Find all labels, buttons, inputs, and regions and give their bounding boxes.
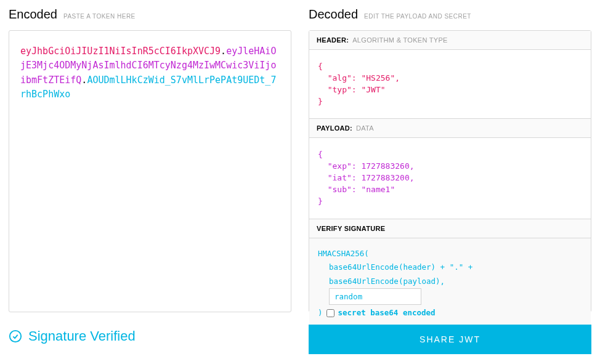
sig-line-hmac: HMACSHA256( (318, 247, 582, 261)
footer-row: Signature Verified SHARE JWT (9, 325, 591, 354)
token-dot: . (221, 46, 226, 57)
check-circle-icon (9, 330, 22, 343)
signature-content: HMACSHA256( base64UrlEncode(header) + ".… (309, 238, 591, 330)
sig-line-header-encode: base64UrlEncode(header) + "." + (318, 261, 582, 275)
signature-verified-status: Signature Verified (9, 325, 291, 344)
header-content[interactable]: { "alg": "HS256", "typ": "JWT" } (309, 50, 591, 119)
secret-input[interactable] (329, 288, 421, 305)
share-col: SHARE JWT (309, 325, 591, 354)
sig-line-payload-encode: base64UrlEncode(payload), (318, 275, 582, 289)
secret-base64-checkbox[interactable] (326, 309, 334, 317)
verified-text: Signature Verified (28, 328, 136, 344)
payload-label-muted: DATA (356, 124, 374, 132)
header-label-bold: HEADER: (317, 36, 349, 44)
signature-label-bold: VERIFY SIGNATURE (317, 225, 385, 232)
decoded-subtitle: EDIT THE PAYLOAD AND SECRET (364, 13, 471, 20)
decoded-title-row: Decoded EDIT THE PAYLOAD AND SECRET (309, 7, 591, 22)
decoded-column: Decoded EDIT THE PAYLOAD AND SECRET HEAD… (309, 7, 591, 312)
sig-closing-paren: ) (318, 306, 323, 320)
token-header-part: eyJhbGciOiJIUzI1NiIsInR5cCI6IkpXVCJ9 (20, 46, 221, 57)
sig-footer-row: ) secret base64 encoded (318, 306, 582, 320)
encoded-title: Encoded (9, 7, 57, 22)
payload-section-label: PAYLOAD: DATA (309, 119, 591, 138)
verified-status-col: Signature Verified (9, 325, 291, 354)
encoded-title-row: Encoded PASTE A TOKEN HERE (9, 7, 291, 22)
decoded-title: Decoded (309, 7, 358, 22)
encoded-subtitle: PASTE A TOKEN HERE (63, 13, 136, 20)
header-label-muted: ALGORITHM & TOKEN TYPE (352, 36, 448, 44)
svg-point-0 (10, 331, 21, 342)
header-section-label: HEADER: ALGORITHM & TOKEN TYPE (309, 31, 591, 50)
secret-base64-label: secret base64 encoded (338, 306, 436, 320)
payload-content[interactable]: { "exp": 1727883260, "iat": 1727883200, … (309, 138, 591, 219)
signature-section-label: VERIFY SIGNATURE (309, 219, 591, 238)
share-jwt-button[interactable]: SHARE JWT (309, 325, 591, 354)
encoded-token-box[interactable]: eyJhbGciOiJIUzI1NiIsInR5cCI6IkpXVCJ9.eyJ… (9, 30, 291, 312)
encoded-column: Encoded PASTE A TOKEN HERE eyJhbGciOiJIU… (9, 7, 291, 312)
decoded-box: HEADER: ALGORITHM & TOKEN TYPE { "alg": … (309, 30, 591, 312)
payload-label-bold: PAYLOAD: (317, 124, 352, 132)
